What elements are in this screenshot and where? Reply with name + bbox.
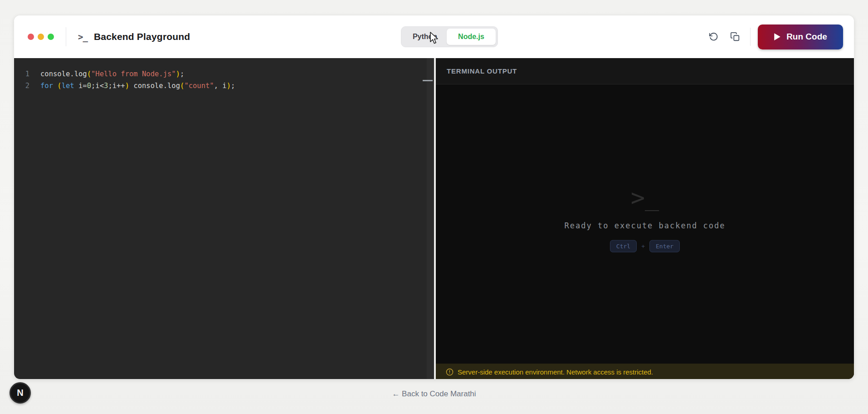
line-number: 2 [14, 80, 40, 92]
editor-cursor-marker [423, 80, 433, 81]
run-code-label: Run Code [786, 32, 827, 42]
terminal-ghost-prompt-icon: >_ [631, 185, 659, 209]
language-tabs: Python Node.js [401, 26, 498, 47]
editor-scrollbar[interactable] [427, 58, 434, 380]
brand-badge[interactable]: N [10, 382, 31, 404]
alert-circle-icon [446, 368, 454, 376]
terminal-body: >_ Ready to execute backend code Ctrl + … [436, 84, 854, 364]
play-icon [774, 33, 781, 41]
line-number: 1 [14, 68, 40, 80]
copy-icon [730, 32, 740, 42]
terminal-ready-message: Ready to execute backend code [565, 221, 726, 230]
code-lines: 1console.log("Hello from Node.js");2for … [14, 68, 434, 92]
terminal-header: TERMINAL OUTPUT [436, 58, 854, 84]
maximize-window-button[interactable] [48, 34, 54, 40]
header-divider [66, 27, 66, 46]
page-title: Backend Playground [94, 31, 190, 42]
code-text: for (let i=0;i<3;i++) console.log("count… [40, 80, 235, 92]
close-window-button[interactable] [28, 34, 34, 40]
run-code-button[interactable]: Run Code [758, 25, 843, 49]
traffic-lights [28, 34, 54, 40]
rotate-ccw-icon [708, 32, 718, 42]
shortcut-hint: Ctrl + Enter [610, 240, 680, 252]
terminal-empty-state: >_ Ready to execute backend code Ctrl + … [436, 185, 854, 252]
code-editor[interactable]: 1console.log("Hello from Node.js");2for … [14, 58, 436, 380]
main-split: 1console.log("Hello from Node.js");2for … [14, 58, 854, 380]
window-header: >_ Backend Playground Python Node.js [14, 15, 854, 58]
kbd-enter: Enter [649, 240, 680, 252]
kbd-ctrl: Ctrl [610, 240, 637, 252]
minimize-window-button[interactable] [38, 34, 44, 40]
reset-button[interactable] [706, 29, 721, 44]
playground-window: >_ Backend Playground Python Node.js [14, 15, 854, 380]
code-text: console.log("Hello from Node.js"); [40, 68, 184, 80]
actions-divider [750, 28, 751, 46]
kbd-plus: + [641, 242, 645, 249]
warning-banner: Server-side execution environment. Netwo… [436, 364, 854, 380]
code-line: 2for (let i=0;i<3;i++) console.log("coun… [14, 80, 434, 92]
page-footer: ← Back to Code Marathi [0, 389, 868, 399]
code-line: 1console.log("Hello from Node.js"); [14, 68, 434, 80]
terminal-prompt-icon: >_ [78, 32, 88, 42]
warning-text: Server-side execution environment. Netwo… [458, 368, 653, 376]
header-actions: Run Code [706, 15, 843, 58]
terminal-panel: TERMINAL OUTPUT >_ Ready to execute back… [436, 58, 854, 380]
tab-python[interactable]: Python [403, 29, 447, 45]
tab-nodejs[interactable]: Node.js [447, 29, 496, 45]
copy-button[interactable] [727, 29, 743, 44]
back-link[interactable]: ← Back to Code Marathi [392, 389, 476, 398]
